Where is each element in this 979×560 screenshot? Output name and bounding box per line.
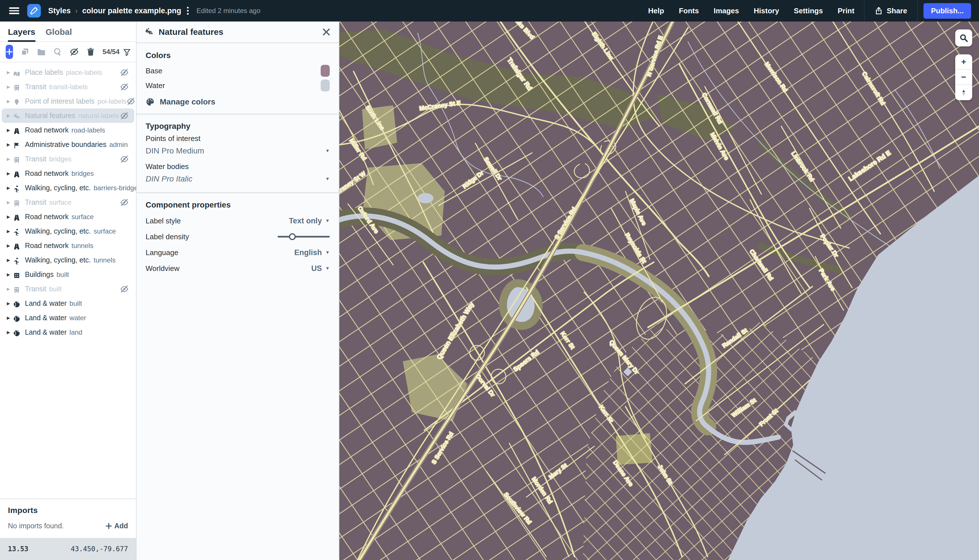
layer-row-surface[interactable]: ▶Transitsurface — [2, 195, 134, 210]
expand-caret-icon[interactable]: ▶ — [7, 214, 13, 219]
imports-empty-text: No imports found. — [8, 522, 64, 530]
poi-layer-icon — [13, 98, 20, 105]
close-panel-icon[interactable] — [322, 28, 331, 36]
label-density-knob[interactable] — [289, 233, 296, 240]
language-select[interactable]: English ▼ — [294, 248, 330, 257]
menu-item-settings[interactable]: Settings — [786, 0, 830, 22]
menu-item-history[interactable]: History — [747, 0, 787, 22]
expand-caret-icon[interactable]: ▶ — [7, 128, 13, 133]
expand-caret-icon[interactable]: ▶ — [7, 113, 13, 118]
eye-off-icon[interactable] — [127, 97, 135, 106]
style-title[interactable]: colour palette example.png — [82, 7, 181, 15]
layer-row-road-labels[interactable]: ▶Road networkroad-labels — [2, 123, 134, 137]
buildings-layer-icon — [13, 271, 20, 278]
zoom-out-button[interactable]: − — [955, 70, 972, 85]
water-color-swatch[interactable] — [321, 80, 330, 92]
layer-row-barriers-bridges[interactable]: ▶Walking, cycling, etc.barriers-bridges — [2, 181, 134, 195]
layer-row-land[interactable]: ▶Land & waterland — [2, 325, 134, 340]
hamburger-menu-icon[interactable] — [9, 7, 19, 14]
layer-row-built[interactable]: ▶Transitbuilt — [2, 282, 134, 296]
map-search-button[interactable] — [955, 30, 972, 47]
layer-row-surface[interactable]: ▶Road networksurface — [2, 210, 134, 224]
component-properties-heading: Component properties — [145, 200, 330, 210]
layer-id: transit-labels — [49, 83, 87, 91]
share-button[interactable]: Share — [867, 7, 915, 15]
studio-logo-icon[interactable] — [27, 4, 41, 18]
menu-item-help[interactable]: Help — [641, 0, 672, 22]
expand-caret-icon[interactable]: ▶ — [7, 185, 13, 190]
layer-id: place-labels — [66, 68, 102, 77]
layer-row-bridges[interactable]: ▶Transitbridges — [2, 152, 134, 166]
eye-off-icon[interactable] — [120, 198, 129, 207]
menu-item-fonts[interactable]: Fonts — [672, 0, 706, 22]
expand-caret-icon[interactable]: ▶ — [7, 171, 13, 176]
expand-caret-icon[interactable]: ▶ — [7, 99, 13, 104]
zoom-in-button[interactable]: + — [955, 54, 972, 70]
expand-caret-icon[interactable]: ▶ — [7, 157, 13, 162]
compass-button[interactable]: ▲▼ — [955, 85, 972, 100]
menu-item-images[interactable]: Images — [706, 0, 747, 22]
layer-row-built[interactable]: ▶Buildingsbuilt — [2, 267, 134, 282]
delete-layer-icon[interactable] — [86, 47, 95, 56]
tab-global[interactable]: Global — [46, 27, 72, 41]
poi-font-select[interactable]: DIN Pro Medium ▼ — [145, 145, 330, 157]
expand-caret-icon[interactable]: ▶ — [7, 243, 13, 248]
expand-caret-icon[interactable]: ▶ — [7, 70, 13, 75]
compass-icon: ▲▼ — [961, 90, 966, 96]
worldview-select[interactable]: US ▼ — [311, 264, 330, 273]
add-import-button[interactable]: Add — [106, 522, 128, 530]
layer-row-transit-labels[interactable]: ▶Transittransit-labels — [2, 80, 134, 94]
select-feature-icon[interactable] — [53, 47, 62, 56]
expand-caret-icon[interactable]: ▶ — [7, 330, 13, 335]
water-font-select[interactable]: DIN Pro Italic ▼ — [145, 173, 330, 185]
menu-item-print[interactable]: Print — [830, 0, 862, 22]
label-style-select[interactable]: Text only ▼ — [289, 217, 330, 225]
edited-status: Edited 2 minutes ago — [197, 7, 260, 15]
eye-off-icon[interactable] — [120, 155, 129, 163]
layer-name: Place labels — [25, 68, 63, 77]
map-canvas[interactable]: McCraney St EMcCraney St WSixth LineMill… — [339, 22, 979, 560]
expand-caret-icon[interactable]: ▶ — [7, 258, 13, 263]
layer-row-admin[interactable]: ▶Administrative boundariesadmin — [2, 137, 134, 152]
eye-off-icon[interactable] — [120, 83, 129, 91]
layer-row-poi-labels[interactable]: ▶Point of interest labelspoi-labels — [2, 94, 134, 108]
layer-row-tunnels[interactable]: ▶Walking, cycling, etc.tunnels — [2, 253, 134, 267]
add-layer-button[interactable] — [6, 45, 13, 59]
layer-row-tunnels[interactable]: ▶Road networktunnels — [2, 238, 134, 253]
publish-button[interactable]: Publish... — [924, 3, 971, 19]
expand-caret-icon[interactable]: ▶ — [7, 84, 13, 90]
panel-tabs: Layers Global — [0, 22, 136, 42]
expand-caret-icon[interactable]: ▶ — [7, 315, 13, 320]
expand-caret-icon[interactable]: ▶ — [7, 200, 13, 205]
breadcrumb-styles[interactable]: Styles — [48, 7, 71, 15]
layer-row-water[interactable]: ▶Land & waterwater — [2, 310, 134, 325]
layer-row-bridges[interactable]: ▶Road networkbridges — [2, 166, 134, 181]
filter-layers-icon[interactable] — [123, 48, 131, 56]
layer-name: Walking, cycling, etc. — [25, 184, 91, 192]
group-folder-icon[interactable] — [37, 47, 46, 56]
expand-caret-icon[interactable]: ▶ — [7, 272, 13, 277]
duplicate-layer-icon[interactable] — [20, 47, 30, 56]
layer-row-place-labels[interactable]: ▶Place labelsplace-labels — [2, 65, 134, 80]
eye-off-icon[interactable] — [120, 112, 129, 120]
label-density-slider[interactable] — [277, 233, 330, 240]
style-options-kebab-icon[interactable] — [187, 7, 189, 15]
layer-id: road-labels — [72, 126, 105, 134]
expand-caret-icon[interactable]: ▶ — [7, 301, 13, 306]
layer-row-surface[interactable]: ▶Walking, cycling, etc.surface — [2, 224, 134, 238]
hide-layer-icon[interactable] — [70, 47, 79, 56]
layer-row-built[interactable]: ▶Land & waterbuilt — [2, 296, 134, 310]
mapbox-studio-app: Styles › colour palette example.png Edit… — [0, 0, 979, 560]
expand-caret-icon[interactable]: ▶ — [7, 287, 13, 292]
expand-caret-icon[interactable]: ▶ — [7, 229, 13, 234]
layer-id: barriers-bridges — [94, 184, 141, 192]
tab-layers[interactable]: Layers — [8, 27, 35, 41]
expand-caret-icon[interactable]: ▶ — [7, 142, 13, 147]
base-color-swatch[interactable] — [321, 65, 330, 77]
layer-row-natural-labels[interactable]: ▶Natural featuresnatural-labels — [2, 108, 134, 123]
layer-name: Transit — [25, 155, 46, 163]
manage-colors-button[interactable]: Manage colors — [145, 97, 330, 107]
layer-id: surface — [72, 213, 94, 221]
eye-off-icon[interactable] — [120, 285, 129, 293]
eye-off-icon[interactable] — [120, 68, 129, 77]
